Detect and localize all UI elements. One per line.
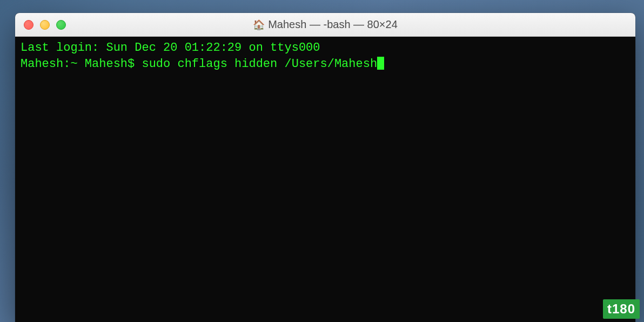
terminal-command-text: Mahesh:~ Mahesh$ sudo chflags hidden /Us…: [21, 57, 377, 71]
window-title: 🏠 Mahesh — -bash — 80×24: [15, 18, 635, 31]
traffic-lights: [15, 20, 66, 30]
window-titlebar[interactable]: 🏠 Mahesh — -bash — 80×24: [15, 13, 635, 37]
minimize-button[interactable]: [40, 20, 50, 30]
terminal-line-last-login: Last login: Sun Dec 20 01:22:29 on ttys0…: [21, 40, 630, 56]
maximize-button[interactable]: [56, 20, 66, 30]
terminal-line-command: Mahesh:~ Mahesh$ sudo chflags hidden /Us…: [21, 56, 630, 72]
home-icon: 🏠: [253, 19, 265, 31]
terminal-cursor: [377, 57, 384, 70]
watermark-badge: t180: [603, 299, 640, 319]
terminal-window: 🏠 Mahesh — -bash — 80×24 Last login: Sun…: [15, 13, 635, 322]
window-title-text: Mahesh — -bash — 80×24: [268, 18, 398, 31]
close-button[interactable]: [24, 20, 33, 30]
terminal-content[interactable]: Last login: Sun Dec 20 01:22:29 on ttys0…: [15, 37, 635, 322]
